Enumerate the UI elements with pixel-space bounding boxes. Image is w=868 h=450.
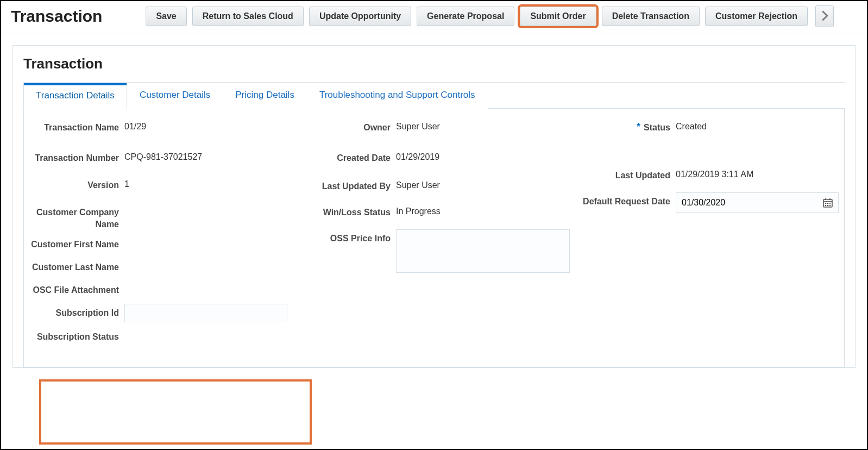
default-request-date-input[interactable] — [676, 196, 817, 210]
form-column-1: Transaction Name 01/29 Transaction Numbe… — [29, 118, 290, 351]
version-label: Version — [29, 176, 124, 191]
update-opportunity-button[interactable]: Update Opportunity — [309, 7, 411, 26]
tab-pricing-details[interactable]: Pricing Details — [223, 83, 307, 109]
submit-order-button[interactable]: Submit Order — [520, 7, 596, 26]
svg-rect-6 — [829, 203, 831, 204]
toolbar-overflow-button[interactable] — [815, 5, 834, 27]
panel-title: Transaction — [23, 55, 845, 72]
version-value: 1 — [124, 176, 129, 189]
subscription-highlight-box — [39, 379, 312, 445]
svg-rect-9 — [829, 205, 831, 206]
svg-rect-4 — [825, 203, 826, 204]
customer-last-name-label: Customer Last Name — [29, 258, 124, 273]
svg-rect-7 — [825, 205, 826, 206]
transaction-name-value: 01/29 — [124, 118, 146, 132]
subscription-id-label: Subscription Id — [29, 304, 124, 319]
form-column-3: * Status Created Last Updated 01/29/2019… — [570, 118, 839, 351]
transaction-number-value: CPQ-981-37021527 — [124, 149, 202, 162]
transaction-panel: Transaction Transaction Details Customer… — [12, 45, 856, 368]
toolbar: Save Return to Sales Cloud Update Opport… — [146, 5, 857, 27]
oss-price-info-label: OSS Price Info — [290, 229, 396, 245]
svg-rect-8 — [827, 205, 828, 206]
oss-price-info-input[interactable] — [396, 229, 570, 273]
win-loss-status-label: Win/Loss Status — [290, 203, 396, 218]
default-request-date-field[interactable] — [676, 192, 839, 213]
last-updated-label: Last Updated — [570, 166, 676, 182]
return-to-sales-cloud-button[interactable]: Return to Sales Cloud — [192, 7, 304, 26]
calendar-icon[interactable] — [817, 197, 838, 208]
generate-proposal-button[interactable]: Generate Proposal — [417, 7, 514, 26]
transaction-number-label: Transaction Number — [29, 149, 124, 164]
tab-troubleshooting[interactable]: Troubleshooting and Support Controls — [307, 83, 488, 109]
last-updated-by-label: Last Updated By — [290, 177, 396, 192]
owner-value: Super User — [396, 118, 440, 132]
customer-rejection-button[interactable]: Customer Rejection — [705, 7, 808, 26]
form-column-2: Owner Super User Created Date 01/29/2019… — [290, 118, 570, 351]
svg-rect-5 — [827, 203, 828, 204]
customer-first-name-label: Customer First Name — [29, 235, 124, 251]
win-loss-status-value: In Progress — [396, 203, 441, 216]
save-button[interactable]: Save — [146, 7, 186, 26]
tab-transaction-details[interactable]: Transaction Details — [23, 83, 127, 109]
tab-bar: Transaction Details Customer Details Pri… — [23, 83, 845, 109]
osc-file-attachment-label: OSC File Attachment — [29, 281, 124, 296]
subscription-status-label: Subscription Status — [29, 328, 124, 343]
created-date-value: 01/29/2019 — [396, 149, 439, 162]
customer-company-name-label: Customer Company Name — [29, 203, 124, 230]
last-updated-by-value: Super User — [396, 177, 440, 190]
status-label-wrap: * Status — [570, 118, 676, 134]
subscription-id-input[interactable] — [124, 304, 287, 322]
tab-customer-details[interactable]: Customer Details — [127, 83, 223, 109]
page-title: Transaction — [11, 7, 102, 26]
delete-transaction-button[interactable]: Delete Transaction — [602, 7, 700, 26]
owner-label: Owner — [290, 118, 396, 134]
required-asterisk-icon: * — [637, 122, 640, 132]
created-date-label: Created Date — [290, 149, 396, 164]
transaction-name-label: Transaction Name — [29, 118, 124, 134]
chevron-right-icon — [821, 10, 828, 23]
status-value: Created — [676, 118, 707, 132]
default-request-date-label: Default Request Date — [570, 192, 676, 208]
last-updated-value: 01/29/2019 3:11 AM — [676, 166, 753, 179]
status-label: Status — [644, 122, 670, 134]
